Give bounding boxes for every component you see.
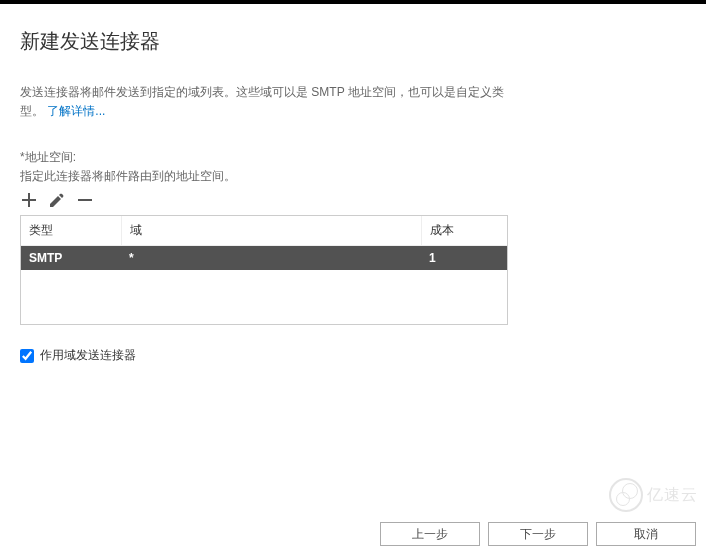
address-space-sub: 指定此连接器将邮件路由到的地址空间。 [20, 168, 686, 185]
main-content: 新建发送连接器 发送连接器将邮件发送到指定的域列表。这些域可以是 SMTP 地址… [0, 4, 706, 364]
cancel-button[interactable]: 取消 [596, 522, 696, 546]
col-header-cost[interactable]: 成本 [421, 216, 507, 246]
cell-type: SMTP [21, 246, 121, 271]
remove-button[interactable] [76, 191, 94, 209]
watermark-text: 亿速云 [647, 485, 698, 506]
watermark-logo-icon [609, 478, 643, 512]
footer-buttons: 上一步 下一步 取消 [380, 522, 696, 546]
back-button[interactable]: 上一步 [380, 522, 480, 546]
page-title: 新建发送连接器 [20, 28, 686, 55]
col-header-type[interactable]: 类型 [21, 216, 121, 246]
description-text: 发送连接器将邮件发送到指定的域列表。这些域可以是 SMTP 地址空间，也可以是自… [20, 83, 520, 121]
address-space-table: 类型 域 成本 SMTP * 1 [20, 215, 508, 325]
cell-cost: 1 [421, 246, 507, 271]
scoped-connector-checkbox-row[interactable]: 作用域发送连接器 [20, 347, 686, 364]
next-button[interactable]: 下一步 [488, 522, 588, 546]
table-row[interactable]: SMTP * 1 [21, 246, 507, 271]
pencil-icon [50, 193, 64, 207]
address-space-label: *地址空间: [20, 149, 686, 166]
cell-domain: * [121, 246, 421, 271]
scoped-connector-label: 作用域发送连接器 [40, 347, 136, 364]
add-button[interactable] [20, 191, 38, 209]
table-toolbar [20, 191, 686, 209]
table-header-row: 类型 域 成本 [21, 216, 507, 246]
edit-button[interactable] [48, 191, 66, 209]
plus-icon [22, 193, 36, 207]
learn-more-link[interactable]: 了解详情... [47, 104, 105, 118]
scoped-connector-checkbox[interactable] [20, 349, 34, 363]
col-header-domain[interactable]: 域 [121, 216, 421, 246]
minus-icon [78, 193, 92, 207]
svg-rect-0 [78, 199, 92, 201]
watermark: 亿速云 [609, 478, 698, 512]
